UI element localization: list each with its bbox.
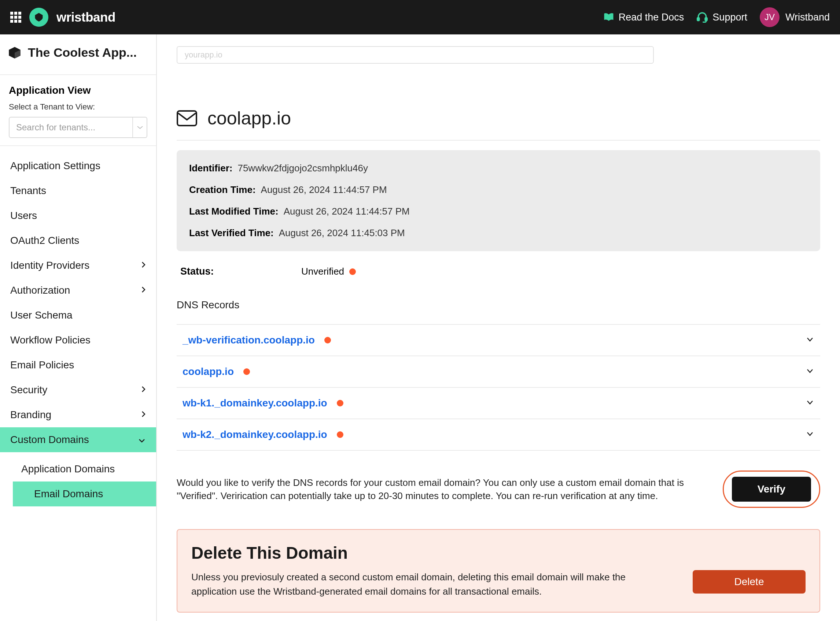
nav-item-branding[interactable]: Branding (0, 402, 156, 427)
domain-title: coolapp.io (207, 108, 291, 129)
svg-rect-1 (705, 18, 707, 21)
dns-row-left: _wb-verification.coolapp.io (182, 334, 331, 346)
modified-row: Last Modified Time: August 26, 2024 11:4… (189, 206, 808, 217)
status-dot-icon (337, 431, 343, 438)
nav-item-label: User Schema (10, 309, 73, 321)
verify-section: Would you like to verify the DNS records… (177, 471, 820, 508)
tenant-search-input[interactable] (9, 122, 132, 133)
chevron-down-icon (805, 335, 814, 345)
status-dot-icon (349, 268, 356, 275)
status-label: Status: (180, 266, 301, 277)
apps-grid-icon[interactable] (10, 12, 21, 23)
dns-row-left: wb-k1._domainkey.coolapp.io (182, 397, 343, 409)
app-title: The Coolest App... (28, 45, 137, 60)
delete-body-row: Unless you previosuly created a second c… (191, 570, 805, 599)
nav-list: Application SettingsTenantsUsersOAuth2 C… (0, 146, 156, 514)
nav-item-oauth2-clients[interactable]: OAuth2 Clients (0, 228, 156, 253)
creation-row: Creation Time: August 26, 2024 11:44:57 … (189, 184, 808, 195)
nav-item-email-policies[interactable]: Email Policies (0, 353, 156, 377)
nav-item-label: Tenants (10, 185, 46, 197)
chevron-down-icon (805, 367, 814, 377)
verify-button[interactable]: Verify (732, 477, 811, 501)
nav-item-label: Email Policies (10, 359, 74, 371)
nav-item-identity-providers[interactable]: Identity Providers (0, 253, 156, 278)
nav-item-label: Security (10, 384, 47, 396)
sidebar: The Coolest App... Application View Sele… (0, 35, 157, 621)
avatar-label: Wristband (785, 12, 830, 23)
modified-label: Last Modified Time: (189, 206, 278, 217)
support-link[interactable]: Support (696, 11, 747, 23)
nav-subitem-application-domains[interactable]: Application Domains (0, 457, 156, 482)
nav-item-custom-domains[interactable]: Custom Domains (0, 427, 156, 452)
creation-value: August 26, 2024 11:44:57 PM (261, 184, 387, 195)
dns-row[interactable]: coolapp.io (177, 356, 820, 387)
dns-record-name: wb-k2._domainkey.coolapp.io (182, 429, 327, 441)
read-docs-label: Read the Docs (619, 12, 684, 23)
nav-item-label: Users (10, 210, 37, 221)
info-card: Identifier: 75wwkw2fdjgojo2csmhpklu46y C… (177, 150, 820, 251)
dns-table: _wb-verification.coolapp.iocoolapp.iowb-… (177, 324, 820, 451)
delete-card: Delete This Domain Unless you previosuly… (177, 529, 820, 613)
nav-item-label: Workflow Policies (10, 334, 91, 346)
nav-subitem-email-domains[interactable]: Email Domains (13, 482, 156, 506)
avatar: JV (760, 7, 779, 27)
identifier-label: Identifier: (189, 162, 232, 174)
domain-header: coolapp.io (177, 108, 820, 141)
envelope-icon (177, 110, 197, 126)
cube-icon (8, 46, 21, 59)
book-icon (603, 12, 614, 22)
dns-section-title: DNS Records (177, 299, 820, 324)
verify-highlight: Verify (723, 471, 820, 508)
dns-record-name: wb-k1._domainkey.coolapp.io (182, 397, 327, 409)
chevron-right-icon (141, 409, 146, 421)
dns-record-name: _wb-verification.coolapp.io (182, 334, 315, 346)
nav-item-authorization[interactable]: Authorization (0, 278, 156, 303)
chevron-down-icon (805, 398, 814, 408)
brand-logo-icon[interactable] (29, 8, 49, 27)
url-input[interactable]: yourapp.io (177, 46, 654, 64)
delete-title: Delete This Domain (191, 543, 805, 563)
dns-row-left: coolapp.io (182, 366, 250, 377)
nav-item-workflow-policies[interactable]: Workflow Policies (0, 328, 156, 353)
user-menu[interactable]: JV Wristband (760, 7, 830, 27)
app-title-row[interactable]: The Coolest App... (0, 35, 156, 75)
view-subheading: Select a Tenant to View: (9, 102, 147, 112)
chevron-right-icon (141, 260, 146, 271)
nav-item-label: Custom Domains (10, 434, 89, 445)
view-section: Application View Select a Tenant to View… (0, 75, 156, 146)
tenant-search[interactable] (9, 117, 147, 138)
status-dot-icon (324, 337, 331, 344)
verified-label: Last Verified Time: (189, 227, 274, 239)
chevron-right-icon (141, 384, 146, 396)
brand-name: wristband (56, 10, 115, 24)
delete-text: Unless you previosuly created a second c… (191, 570, 671, 599)
nav-item-user-schema[interactable]: User Schema (0, 303, 156, 328)
dns-record-name: coolapp.io (182, 366, 234, 377)
chevron-right-icon (141, 285, 146, 296)
verified-value: August 26, 2024 11:45:03 PM (279, 227, 405, 239)
modified-value: August 26, 2024 11:44:57 PM (284, 206, 410, 217)
delete-button[interactable]: Delete (693, 570, 805, 594)
nav-item-users[interactable]: Users (0, 203, 156, 228)
verified-row: Last Verified Time: August 26, 2024 11:4… (189, 227, 808, 239)
chevron-down-icon[interactable] (132, 118, 147, 137)
verify-text: Would you like to verify the DNS records… (177, 476, 708, 503)
identifier-value: 75wwkw2fdjgojo2csmhpklu46y (237, 162, 368, 174)
nav-item-application-settings[interactable]: Application Settings (0, 153, 156, 178)
main-content: yourapp.io coolapp.io Identifier: 75wwkw… (157, 35, 840, 621)
dns-row[interactable]: _wb-verification.coolapp.io (177, 324, 820, 356)
nav-item-security[interactable]: Security (0, 377, 156, 402)
status-row: Status: Unverified (177, 266, 820, 277)
identifier-row: Identifier: 75wwkw2fdjgojo2csmhpklu46y (189, 162, 808, 174)
nav-item-tenants[interactable]: Tenants (0, 178, 156, 203)
creation-label: Creation Time: (189, 184, 256, 195)
nav-item-label: Branding (10, 409, 51, 421)
dns-row[interactable]: wb-k2._domainkey.coolapp.io (177, 418, 820, 451)
nav-item-label: OAuth2 Clients (10, 235, 79, 247)
status-dot-icon (243, 368, 250, 375)
view-heading: Application View (9, 85, 147, 96)
read-docs-link[interactable]: Read the Docs (603, 12, 684, 23)
topbar: wristband Read the Docs Support JV Wrist… (0, 0, 840, 35)
status-dot-icon (337, 400, 343, 406)
dns-row[interactable]: wb-k1._domainkey.coolapp.io (177, 387, 820, 418)
